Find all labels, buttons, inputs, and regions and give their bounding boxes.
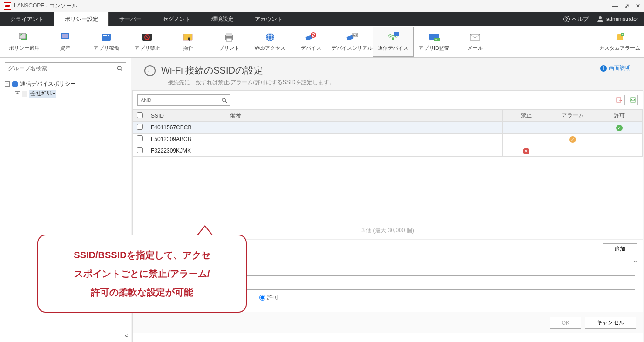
tab-policy[interactable]: ポリシー設定	[54, 12, 109, 26]
group-search-input[interactable]	[8, 65, 116, 72]
svg-rect-6	[102, 34, 111, 41]
svg-rect-4	[62, 34, 68, 38]
asset-icon	[59, 32, 72, 43]
svg-rect-7	[103, 35, 105, 36]
sidebar-collapse[interactable]: <	[125, 333, 128, 339]
svg-text:+: +	[622, 33, 624, 36]
allow-icon: ✓	[616, 125, 623, 131]
tab-segment[interactable]: セグメント	[152, 12, 201, 26]
alarm-icon: ✓	[569, 136, 576, 143]
minimize-button[interactable]: —	[612, 3, 618, 9]
table-row[interactable]: F5012309ABCB ✓	[133, 134, 643, 145]
page-help-link[interactable]: i 画面説明	[600, 64, 631, 72]
table-row[interactable]: F4011567CBCB ✓	[133, 122, 643, 134]
row-checkbox[interactable]	[137, 147, 143, 153]
tree-root-row[interactable]: − 通信デバイスポリシー	[5, 79, 126, 89]
toolbar: ポリシー適用 資産 アプリ稼働 アプリ禁止 操作 プリント Webアクセス デバ…	[0, 26, 644, 58]
svg-text:1234: 1234	[353, 34, 358, 36]
col-note[interactable]: 備考	[226, 110, 503, 122]
user-menu[interactable]: administrator	[597, 16, 638, 22]
annotation-callout: SSID/BSSIDを指定して、アクセ スポイントごとに禁止/アラーム/ 許可の…	[37, 235, 247, 313]
web-icon	[264, 32, 277, 43]
col-deny[interactable]: 禁止	[503, 110, 549, 122]
window-titlebar: LANSCOPE - コンソール — ⤢ ✕	[0, 0, 644, 12]
info-icon: i	[600, 65, 607, 72]
svg-rect-19	[305, 35, 313, 40]
tool-device-serial[interactable]: 1234 デバイスシリアル	[332, 27, 373, 57]
row-checkbox[interactable]	[137, 124, 143, 130]
row-checkbox[interactable]	[137, 135, 143, 141]
table-row[interactable]: F3222309KJMK ✕	[133, 145, 643, 157]
tab-client[interactable]: クライアント	[0, 12, 54, 26]
col-alarm[interactable]: アラーム	[549, 110, 596, 122]
tool-app-run[interactable]: アプリ稼働	[86, 27, 127, 57]
tab-account[interactable]: アカウント	[244, 12, 293, 26]
tool-app-prohibit[interactable]: アプリ禁止	[127, 27, 168, 57]
help-link[interactable]: ? ヘルプ	[563, 15, 589, 23]
tool-web-access[interactable]: Webアクセス	[250, 27, 291, 57]
export-button[interactable]	[627, 95, 638, 105]
print-icon	[223, 32, 236, 43]
back-button[interactable]: ←	[144, 65, 156, 76]
cancel-button[interactable]: キャンセル	[585, 317, 636, 329]
svg-point-35	[222, 98, 225, 101]
col-ssid[interactable]: SSID	[147, 110, 226, 122]
app-icon	[4, 2, 11, 10]
group-search[interactable]	[5, 62, 126, 74]
ok-button[interactable]: OK	[550, 317, 581, 329]
main-tab-bar: クライアント ポリシー設定 サーバー セグメント 環境設定 アカウント ? ヘル…	[0, 12, 644, 26]
filter-box[interactable]: AND	[137, 94, 230, 106]
app-id-icon: ID	[427, 32, 441, 43]
svg-rect-5	[63, 40, 67, 40]
tab-env[interactable]: 環境設定	[201, 12, 244, 26]
alarm-icon: +	[613, 32, 626, 43]
comm-device-icon	[386, 32, 400, 43]
svg-text:ID: ID	[435, 38, 439, 41]
tool-device[interactable]: デバイス	[291, 27, 332, 57]
expand-icon[interactable]: +	[15, 91, 20, 96]
tool-policy-apply[interactable]: ポリシー適用	[4, 27, 45, 57]
tool-print[interactable]: プリント	[209, 27, 250, 57]
tool-app-id[interactable]: ID アプリID監査	[414, 27, 454, 57]
expand-icon[interactable]: −	[5, 81, 10, 87]
app-run-icon	[100, 32, 113, 43]
policy-tree: − 通信デバイスポリシー + 全社ﾎﾟﾘｼｰ	[5, 79, 126, 99]
svg-rect-26	[394, 32, 399, 36]
close-button[interactable]: ✕	[636, 3, 640, 9]
svg-rect-8	[105, 35, 107, 36]
ssid-table: SSID 備考 禁止 アラーム 許可 F4011567CBCB	[133, 109, 643, 157]
help-icon: ?	[563, 16, 570, 22]
select-all-checkbox[interactable]	[137, 112, 143, 118]
tool-custom-alarm[interactable]: + カスタムアラーム	[599, 27, 640, 57]
device-icon	[305, 32, 318, 43]
collapse-form-icon[interactable]: ⌄	[632, 256, 638, 264]
tool-comm-device[interactable]: 通信デバイス	[373, 27, 414, 57]
user-icon	[597, 16, 603, 22]
radio-allow[interactable]: 許可	[259, 294, 278, 302]
globe-icon	[12, 81, 18, 87]
maximize-button[interactable]: ⤢	[624, 3, 629, 9]
import-button[interactable]	[614, 95, 625, 105]
svg-point-25	[392, 37, 394, 40]
svg-point-16	[266, 33, 274, 41]
search-icon[interactable]	[221, 97, 227, 103]
add-button[interactable]: 追加	[603, 243, 637, 255]
callout-arrow-icon	[197, 225, 213, 235]
sheet-icon	[22, 91, 27, 97]
tool-asset[interactable]: 資産	[45, 27, 86, 57]
page-subtitle: 接続先に一致すれば禁止/アラーム/許可にするSSIDを設定します。	[168, 79, 335, 87]
tab-server[interactable]: サーバー	[109, 12, 152, 26]
policy-apply-icon	[18, 32, 31, 43]
tree-child-row[interactable]: + 全社ﾎﾟﾘｼｰ	[15, 89, 126, 99]
operate-icon	[182, 32, 195, 43]
svg-line-36	[225, 101, 227, 103]
col-allow[interactable]: 許可	[596, 110, 643, 122]
tool-mail[interactable]: メール	[454, 27, 495, 57]
mail-icon	[468, 32, 481, 43]
tool-operate[interactable]: 操作	[168, 27, 209, 57]
svg-point-33	[117, 66, 121, 70]
device-serial-icon: 1234	[346, 32, 359, 43]
search-icon[interactable]	[116, 65, 123, 72]
page-title: Wi-Fi 接続のSSIDの設定	[161, 64, 335, 77]
svg-line-34	[121, 69, 122, 71]
